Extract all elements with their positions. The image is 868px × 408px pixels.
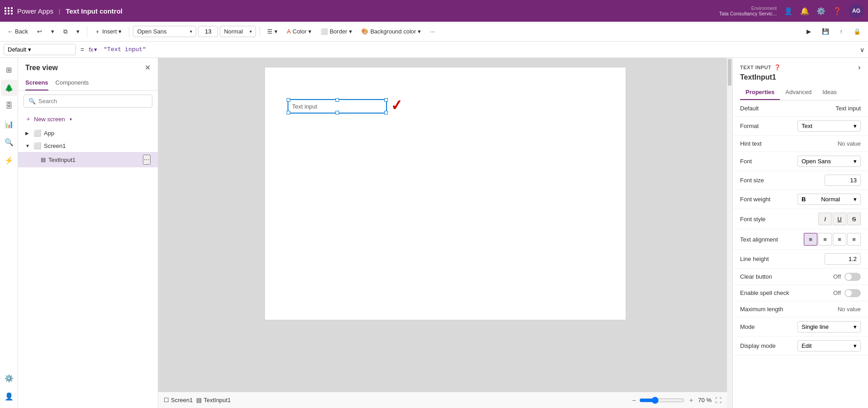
- tree-item-screen1[interactable]: ▼ ⬜ Screen1: [18, 139, 158, 152]
- sidebar-nav-tree[interactable]: 🌲: [1, 80, 17, 96]
- property-select[interactable]: Default ▾: [4, 44, 76, 55]
- font-family-chevron: ▾: [190, 29, 192, 34]
- handle-bottom-left[interactable]: [287, 111, 290, 114]
- prop-max-length-value[interactable]: No value: [838, 306, 861, 313]
- font-weight-select[interactable]: Normal ▾: [220, 26, 256, 37]
- tab-properties[interactable]: Properties: [740, 85, 780, 100]
- tab-advanced[interactable]: Advanced: [780, 85, 817, 100]
- prop-default: Default Text input: [733, 100, 868, 117]
- environment-info[interactable]: Environment Tata Consultancy Servic...: [719, 6, 777, 16]
- user-avatar[interactable]: AG: [849, 4, 863, 18]
- prop-font-weight-dropdown[interactable]: B Normal ▾: [797, 194, 861, 205]
- tree-item-textinput1[interactable]: ▤ TextInput1 ···: [18, 152, 158, 167]
- zoom-out-button[interactable]: −: [632, 397, 636, 404]
- tree-item-app[interactable]: ▶ ⬜ App: [18, 127, 158, 139]
- waffle-icon[interactable]: [5, 6, 14, 15]
- notification-icon[interactable]: 🔔: [800, 7, 809, 15]
- zoom-in-button[interactable]: ＋: [688, 396, 694, 404]
- spell-toggle-label: Off: [833, 289, 841, 296]
- handle-bottom-center[interactable]: [335, 111, 339, 114]
- search-input[interactable]: [38, 98, 147, 104]
- prop-font: Font Open Sans ▾: [733, 152, 868, 171]
- bottom-bar: ☐ Screen1 ▤ TextInput1 − ＋ 70 % ⛶: [158, 392, 727, 408]
- formula-expand-icon[interactable]: ∨: [860, 46, 864, 53]
- align-justify-button[interactable]: ≡: [847, 233, 861, 246]
- tab-screens[interactable]: Screens: [25, 76, 48, 90]
- fx-label: fx: [89, 46, 93, 53]
- copy-button[interactable]: ⧉: [60, 26, 71, 37]
- prop-display-mode-dropdown[interactable]: Edit ▾: [797, 340, 861, 351]
- profile-icon[interactable]: 👤: [784, 7, 793, 15]
- screen-checkbox[interactable]: ☐: [164, 397, 169, 403]
- formula-input[interactable]: [100, 44, 857, 55]
- waffle-menu[interactable]: [5, 6, 14, 15]
- main-layout: ⊞ 🌲 🗄 📊 🔍 ⚡ ⚙️ 👤 Tree view ✕ Screens Com…: [0, 58, 868, 408]
- handle-bottom-right[interactable]: [384, 111, 388, 114]
- prop-font-size-input[interactable]: [825, 175, 861, 186]
- prop-line-height-input[interactable]: [825, 253, 861, 265]
- sidebar-nav-analytics[interactable]: 📊: [1, 116, 17, 132]
- spell-check-toggle[interactable]: [844, 289, 861, 297]
- preview-button[interactable]: ▶: [803, 26, 815, 37]
- prop-mode-chevron: ▾: [854, 323, 857, 330]
- sidebar-nav-search[interactable]: 🔍: [1, 134, 17, 150]
- align-button[interactable]: ☰ ▾: [264, 26, 281, 37]
- handle-top-center[interactable]: [335, 98, 339, 102]
- prop-format-dropdown[interactable]: Text ▾: [797, 120, 861, 132]
- search-box[interactable]: 🔍: [24, 95, 152, 108]
- lock-button[interactable]: 🔒: [850, 26, 864, 37]
- sidebar-nav-user[interactable]: 👤: [1, 388, 17, 404]
- scrollbar-thumb[interactable]: [728, 59, 731, 86]
- align-center-button[interactable]: ≡: [818, 233, 832, 246]
- handle-top-left[interactable]: [287, 98, 290, 102]
- text-input-control[interactable]: Text input: [288, 99, 387, 114]
- publish-button[interactable]: ↑: [836, 26, 847, 37]
- new-screen-button[interactable]: ＋ New screen ▾: [18, 111, 158, 127]
- vertical-scrollbar[interactable]: [727, 58, 732, 408]
- fx-button[interactable]: fx ▾: [89, 46, 97, 53]
- back-button[interactable]: ← Back: [4, 26, 32, 37]
- font-family-select[interactable]: Open Sans ▾: [133, 26, 196, 37]
- sidebar-nav-home[interactable]: ⊞: [1, 62, 17, 78]
- help-icon[interactable]: ❓: [833, 7, 842, 15]
- clear-button-toggle[interactable]: [844, 273, 861, 281]
- underline-button[interactable]: U: [833, 213, 846, 225]
- more-toolbar-btn[interactable]: ···: [426, 26, 439, 37]
- settings-icon[interactable]: ⚙️: [816, 7, 826, 15]
- prop-font-style: Font style I U S: [733, 209, 868, 229]
- prop-hint-value[interactable]: No value: [838, 140, 861, 147]
- tree-close-button[interactable]: ✕: [145, 63, 151, 72]
- screen-frame[interactable]: Text input ✓: [264, 67, 626, 320]
- align-right-button[interactable]: ≡: [833, 233, 846, 246]
- border-button[interactable]: ⬜ Border ▾: [317, 26, 356, 37]
- sidebar-nav-connect[interactable]: ⚡: [1, 152, 17, 168]
- component-tag[interactable]: ▤ TextInput1: [196, 397, 231, 403]
- fullscreen-button[interactable]: ⛶: [715, 397, 722, 404]
- undo-button[interactable]: ↩: [33, 26, 46, 37]
- screen-tag[interactable]: ☐ Screen1: [164, 397, 193, 403]
- undo-dropdown[interactable]: ▾: [47, 26, 58, 37]
- color-button[interactable]: A Color ▾: [283, 26, 315, 37]
- font-size-input[interactable]: 13: [198, 26, 218, 37]
- bg-color-button[interactable]: 🎨 Background color ▾: [358, 26, 425, 37]
- tab-ideas[interactable]: Ideas: [817, 85, 842, 100]
- italic-button[interactable]: I: [818, 213, 832, 225]
- prop-font-dropdown[interactable]: Open Sans ▾: [797, 156, 861, 167]
- zoom-slider[interactable]: [639, 397, 684, 404]
- handle-top-right[interactable]: [384, 98, 388, 102]
- prop-default-value[interactable]: Text input: [835, 105, 861, 112]
- save-button[interactable]: 💾: [818, 26, 833, 37]
- sidebar-nav-data[interactable]: 🗄: [1, 98, 17, 114]
- panel-collapse-icon[interactable]: ›: [858, 63, 861, 71]
- sidebar-nav-settings[interactable]: ⚙️: [1, 370, 17, 386]
- canvas-scroll[interactable]: Text input ✓: [158, 58, 732, 408]
- tab-components[interactable]: Components: [56, 76, 89, 90]
- copy-dropdown[interactable]: ▾: [73, 26, 83, 37]
- insert-button[interactable]: ＋ Insert ▾: [91, 26, 126, 38]
- align-left-button[interactable]: ≡: [804, 233, 817, 246]
- help-icon[interactable]: ❓: [774, 64, 781, 71]
- tree-tabs: Screens Components: [18, 76, 158, 91]
- textinput-more-button[interactable]: ···: [143, 155, 151, 165]
- prop-mode-dropdown[interactable]: Single line ▾: [797, 321, 861, 332]
- strikethrough-button[interactable]: S: [847, 213, 861, 225]
